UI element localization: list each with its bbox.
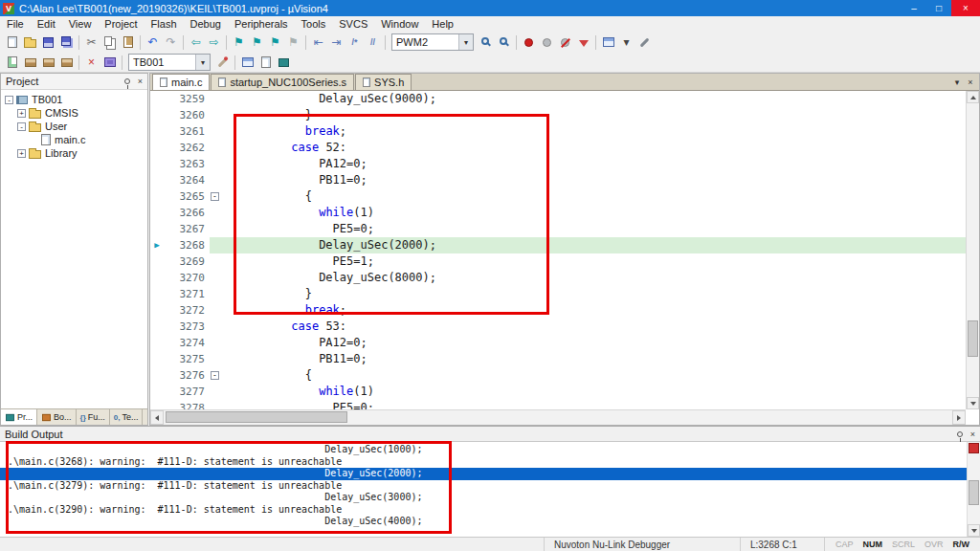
new-file-button[interactable] [3, 33, 21, 52]
rebuild-button[interactable] [39, 54, 57, 72]
code-line[interactable]: 3267 PE5=0; [150, 221, 966, 237]
tab-main-c[interactable]: main.c [152, 74, 210, 90]
navigate-back-button[interactable]: ⇦ [187, 33, 205, 52]
menu-debug[interactable]: Debug [184, 18, 228, 30]
collapse-icon[interactable]: - [211, 371, 219, 380]
output-line[interactable]: .\main.c(3290): warning: #111-D: stateme… [0, 504, 967, 517]
tab-functions[interactable]: {}Fu... [77, 409, 110, 425]
close-panel-icon[interactable]: × [970, 430, 975, 439]
code-line[interactable]: 3271 } [150, 286, 966, 302]
code-line[interactable]: 3272 break; [150, 302, 966, 319]
menu-edit[interactable]: Edit [31, 18, 62, 30]
code-line[interactable]: ▶3268 Delay_uSec(2000); [150, 237, 966, 253]
open-file-button[interactable] [21, 33, 39, 52]
output-line[interactable]: .\main.c(3279): warning: #111-D: stateme… [0, 480, 967, 493]
scroll-left-button[interactable] [150, 410, 164, 425]
breakpoint-filter-button[interactable] [574, 33, 592, 52]
code-line[interactable]: 3276- { [150, 367, 966, 384]
scroll-thumb[interactable] [968, 320, 978, 357]
code-line[interactable]: 3263 PA12=0; [150, 156, 966, 172]
code-line[interactable]: 3262 case 52: [150, 140, 966, 156]
output-line[interactable]: Delay_uSec(2000); [0, 468, 967, 480]
close-panel-icon[interactable]: × [138, 77, 143, 86]
paste-button[interactable] [119, 33, 137, 52]
cut-button[interactable]: ✂ [82, 33, 100, 52]
output-line[interactable]: .\main.c(3268): warning: #111-D: stateme… [0, 456, 967, 469]
tab-books[interactable]: Bo... [37, 409, 77, 425]
target-select[interactable]: TB001▾ [128, 54, 211, 71]
translate-button[interactable] [3, 54, 21, 72]
scroll-down-button[interactable] [967, 397, 979, 409]
maximize-button[interactable]: □ [926, 0, 951, 16]
scroll-thumb[interactable] [969, 480, 979, 505]
file-extensions-button[interactable] [238, 54, 256, 72]
fold-toggle[interactable]: - [210, 367, 222, 384]
kill-breakpoints-button[interactable] [556, 33, 574, 52]
tab-startup-nuc100series-s[interactable]: startup_NUC100Series.s [211, 74, 354, 90]
menu-flash[interactable]: Flash [145, 18, 184, 30]
tree-item-cmsis[interactable]: +CMSIS [1, 106, 147, 120]
window-layout-button[interactable] [599, 33, 617, 52]
tree-item-main-c[interactable]: main.c [1, 133, 147, 146]
configure-button[interactable] [635, 33, 654, 52]
outdent-button[interactable]: ⇤ [309, 33, 327, 52]
bookmark-next-button[interactable]: ⚑ [266, 33, 284, 52]
code-line[interactable]: 3278 PE5=0; [150, 400, 966, 409]
bookmark-toggle-button[interactable]: ⚑ [230, 33, 248, 52]
code-line[interactable]: 3270 Delay_uSec(8000); [150, 270, 966, 286]
layout-dropdown-button[interactable]: ▾ [617, 33, 635, 52]
bookmark-clear-button[interactable]: ⚑ [284, 33, 302, 52]
find-in-files-button[interactable] [477, 33, 495, 52]
indent-button[interactable]: ⇥ [327, 33, 345, 52]
output-line[interactable]: Delay_uSec(4000); [0, 516, 967, 528]
find-button[interactable] [495, 33, 513, 52]
code-line[interactable]: 3274 PA12=0; [150, 335, 966, 351]
comment-button[interactable]: /* [345, 33, 364, 52]
scroll-right-button[interactable] [952, 410, 966, 425]
tree-item-user[interactable]: -User [1, 120, 147, 133]
output-line[interactable]: Delay_uSec(3000); [0, 492, 967, 504]
collapse-icon[interactable]: - [17, 122, 26, 131]
pwm-select[interactable]: PWM2▾ [391, 33, 474, 51]
navigate-forward-button[interactable]: ⇨ [205, 33, 223, 52]
menu-view[interactable]: View [62, 18, 99, 30]
tree-item-tb001[interactable]: -TB001 [1, 93, 147, 106]
code-area[interactable]: 3259 Delay_uSec(9000);3260 }3261 break;3… [150, 91, 966, 409]
books-button[interactable] [275, 54, 293, 72]
menu-svcs[interactable]: SVCS [332, 18, 374, 30]
build-button[interactable] [21, 54, 39, 72]
tab-sys-h[interactable]: SYS.h [355, 74, 412, 90]
menu-project[interactable]: Project [98, 18, 144, 30]
disable-breakpoint-button[interactable] [538, 33, 556, 52]
tab-list-dropdown-icon[interactable]: ▾ [950, 77, 964, 87]
save-all-button[interactable] [57, 33, 76, 52]
code-line[interactable]: 3266 while(1) [150, 205, 966, 221]
code-line[interactable]: 3269 PE5=1; [150, 253, 966, 270]
insert-breakpoint-button[interactable] [520, 33, 538, 52]
output-line[interactable]: Delay_uSec(1000); [0, 444, 967, 456]
menu-help[interactable]: Help [425, 18, 460, 30]
bookmark-previous-button[interactable]: ⚑ [248, 33, 266, 52]
collapse-icon[interactable]: - [211, 192, 219, 201]
pin-icon[interactable] [957, 431, 963, 437]
editor-horizontal-scrollbar[interactable] [150, 409, 966, 425]
menu-tools[interactable]: Tools [295, 18, 333, 30]
copy-button[interactable] [100, 33, 119, 52]
code-line[interactable]: 3260 } [150, 107, 966, 123]
scroll-up-button[interactable] [967, 91, 979, 103]
tree-item-library[interactable]: +Library [1, 146, 147, 160]
save-button[interactable] [39, 33, 57, 52]
chevron-down-icon[interactable]: ▾ [195, 55, 210, 70]
editor-vertical-scrollbar[interactable] [966, 91, 979, 409]
menu-file[interactable]: File [0, 18, 31, 30]
batch-build-button[interactable] [57, 54, 76, 72]
code-line[interactable]: 3275 PB11=0; [150, 351, 966, 367]
redo-button[interactable]: ↷ [162, 33, 180, 52]
download-button[interactable] [100, 54, 119, 72]
code-line[interactable]: 3261 break; [150, 123, 966, 140]
menu-window[interactable]: Window [374, 18, 425, 30]
collapse-icon[interactable]: - [5, 96, 13, 104]
scroll-thumb[interactable] [166, 411, 347, 423]
close-button[interactable]: × [951, 0, 980, 16]
code-line[interactable]: 3265- { [150, 188, 966, 205]
